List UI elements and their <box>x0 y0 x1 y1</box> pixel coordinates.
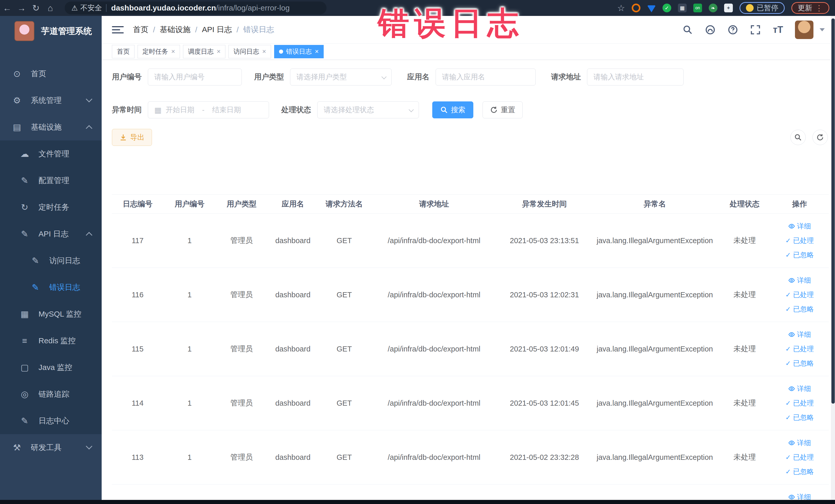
active-dot-icon <box>279 49 283 54</box>
breadcrumb-api-log[interactable]: API 日志 <box>202 24 232 35</box>
user-avatar[interactable] <box>795 21 813 39</box>
detail-link[interactable]: 详细 <box>770 219 829 234</box>
sidebar-item-system[interactable]: ⚙ 系统管理 <box>0 87 102 114</box>
tag-home[interactable]: 首页 <box>112 45 135 58</box>
breadcrumb-home[interactable]: 首页 <box>133 24 148 35</box>
address-bar[interactable]: ⚠ 不安全 dashboard.yudao.iocoder.cn /infra/… <box>65 2 326 14</box>
font-size-icon[interactable]: ᴛT <box>772 24 784 36</box>
profile-paused-badge[interactable]: 已暂停 <box>739 2 785 14</box>
url-domain[interactable]: dashboard.yudao.iocoder.cn <box>111 4 216 12</box>
sidebar-item-config-manage[interactable]: ✎ 配置管理 <box>0 167 102 194</box>
sidebar-item-infra[interactable]: ▤ 基础设施 <box>0 114 102 140</box>
date-range-picker[interactable]: ▦ 开始日期 - 结束日期 <box>148 101 269 118</box>
security-label[interactable]: 不安全 <box>80 3 102 13</box>
ignored-link[interactable]: ✓已忽略 <box>770 248 829 262</box>
help-icon[interactable] <box>727 24 738 36</box>
close-icon[interactable]: × <box>262 47 266 56</box>
filter-row-2: 异常时间 ▦ 开始日期 - 结束日期 处理状态 请选择处理状态 搜索 重置 <box>112 101 523 118</box>
calendar-icon: ▦ <box>154 105 161 115</box>
refresh-button[interactable] <box>812 130 828 145</box>
processed-link[interactable]: ✓已处理 <box>770 342 829 356</box>
url-path[interactable]: /infra/log/api-error-log <box>216 4 290 12</box>
sidebar-item-trace[interactable]: ◎ 链路追踪 <box>0 381 102 407</box>
scrollbar-thumb[interactable] <box>831 19 835 404</box>
fullscreen-icon[interactable] <box>750 24 761 36</box>
ignored-link[interactable]: ✓已忽略 <box>770 302 829 316</box>
kebab-menu-icon[interactable]: ⋮ <box>815 4 823 13</box>
processed-link[interactable]: ✓已处理 <box>770 450 829 464</box>
search-icon[interactable] <box>682 24 693 36</box>
table-row: 115 1 管理员 dashboard GET /api/infra/db-do… <box>112 322 829 376</box>
extension-icon[interactable]: ✦ <box>724 4 733 12</box>
sidebar-logo-row[interactable]: 芋道管理系统 <box>0 16 102 46</box>
extension-icon[interactable]: ✓ <box>663 4 671 12</box>
app-name-input[interactable]: 请输入应用名 <box>435 68 536 85</box>
bookmark-star-icon[interactable]: ☆ <box>617 3 625 13</box>
tag-label: 调度日志 <box>188 47 213 56</box>
eye-icon <box>788 385 795 392</box>
process-status-select[interactable]: 请选择处理状态 <box>317 101 419 118</box>
hamburger-icon[interactable] <box>112 24 124 36</box>
sidebar-item-log-center[interactable]: ✎ 日志中心 <box>0 407 102 434</box>
check-icon: ✓ <box>786 410 791 425</box>
close-icon[interactable]: × <box>217 47 221 56</box>
check-icon: ✓ <box>786 248 791 262</box>
tag-bar: 首页 定时任务 × 调度日志 × 访问日志 × 错误日志 × <box>102 44 835 60</box>
forward-icon[interactable]: → <box>14 3 29 13</box>
ignored-link[interactable]: ✓已忽略 <box>770 356 829 370</box>
sidebar-item-file-manage[interactable]: ☁ 文件管理 <box>0 140 102 167</box>
toggle-search-button[interactable] <box>790 130 806 145</box>
github-icon[interactable] <box>705 24 716 36</box>
extension-icon[interactable]: ▦ <box>678 4 687 12</box>
sidebar-item-java-monitor[interactable]: ▢ Java 监控 <box>0 354 102 381</box>
chrome-update-button[interactable]: 更新 ⋮ <box>791 2 829 14</box>
extension-icon[interactable]: on <box>693 4 702 12</box>
processed-link[interactable]: ✓已处理 <box>770 287 829 302</box>
sidebar-item-api-log[interactable]: ✎ API 日志 <box>0 221 102 247</box>
detail-link[interactable]: 详细 <box>770 273 829 287</box>
sidebar-item-dev-tools[interactable]: ⚒ 研发工具 <box>0 434 102 461</box>
toolbar-row: 导出 <box>112 129 152 146</box>
refresh-icon <box>816 134 824 141</box>
reload-icon[interactable]: ↻ <box>29 3 43 13</box>
sidebar-item-access-log[interactable]: ✎ 访问日志 <box>0 247 102 274</box>
cell-url: /api/infra/db-doc/export-html <box>370 268 498 322</box>
export-button[interactable]: 导出 <box>112 129 152 146</box>
detail-link[interactable]: 详细 <box>770 382 829 396</box>
back-icon[interactable]: ← <box>0 3 14 13</box>
tag-access-log[interactable]: 访问日志 × <box>228 45 271 58</box>
tag-schedule-log[interactable]: 调度日志 × <box>183 45 225 58</box>
sidebar-item-home[interactable]: ⊙ 首页 <box>0 60 102 87</box>
cell-method: GET <box>319 430 370 484</box>
ignored-link[interactable]: ✓已忽略 <box>770 410 829 425</box>
detail-link[interactable]: 详细 <box>770 436 829 450</box>
date-separator: - <box>202 106 204 114</box>
breadcrumb-infra[interactable]: 基础设施 <box>160 24 190 35</box>
user-type-select[interactable]: 请选择用户类型 <box>290 68 392 85</box>
caret-down-icon[interactable] <box>820 28 825 31</box>
extension-icon[interactable] <box>647 4 656 12</box>
sidebar-item-scheduled-task[interactable]: ↻ 定时任务 <box>0 194 102 221</box>
processed-link[interactable]: ✓已处理 <box>770 396 829 410</box>
breadcrumb-separator: / <box>237 25 239 34</box>
tag-scheduled-task[interactable]: 定时任务 × <box>138 45 180 58</box>
scrollbar-track[interactable] <box>831 16 835 500</box>
app-title: 芋道管理系统 <box>41 25 92 37</box>
detail-link[interactable]: 详细 <box>770 327 829 342</box>
tag-error-log[interactable]: 错误日志 × <box>274 45 324 58</box>
search-button[interactable]: 搜索 <box>432 101 473 118</box>
sidebar-item-error-log[interactable]: ✎ 错误日志 <box>0 274 102 301</box>
sidebar-menu: ⊙ 首页 ⚙ 系统管理 ▤ 基础设施 ☁ 文件管理 ✎ 配置管理 ↻ 定时任务 <box>0 60 102 461</box>
close-icon[interactable]: × <box>171 47 175 56</box>
sidebar-item-redis-monitor[interactable]: ≡ Redis 监控 <box>0 327 102 354</box>
extension-icon[interactable] <box>632 4 640 12</box>
ignored-link[interactable]: ✓已忽略 <box>770 464 829 479</box>
extension-icon[interactable]: ❧ <box>709 4 717 12</box>
user-id-input[interactable]: 请输入用户编号 <box>148 68 242 85</box>
sidebar-item-mysql-monitor[interactable]: ▦ MySQL 监控 <box>0 301 102 327</box>
reset-button[interactable]: 重置 <box>483 101 523 118</box>
home-icon[interactable]: ⌂ <box>43 3 58 13</box>
processed-link[interactable]: ✓已处理 <box>770 234 829 248</box>
close-icon[interactable]: × <box>315 47 319 56</box>
request-url-input[interactable]: 请输入请求地址 <box>587 68 684 85</box>
